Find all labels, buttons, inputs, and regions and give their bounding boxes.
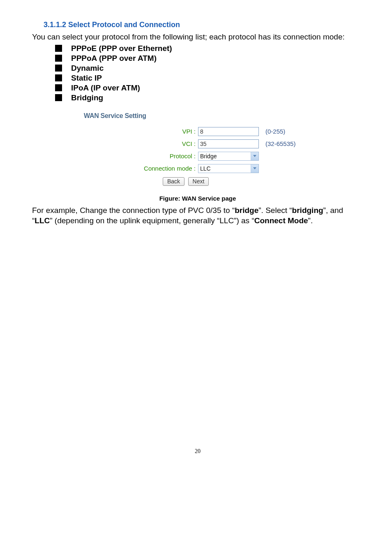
back-button[interactable]: Back [163, 177, 184, 186]
vpi-hint: (0-255) [264, 128, 285, 135]
svg-marker-1 [253, 167, 256, 169]
square-bullet-icon [55, 74, 62, 81]
page-number: 20 [32, 448, 363, 467]
list-item: PPPoE (PPP over Ethernet) [32, 44, 363, 53]
bullet-label: PPPoA (PPP over ATM) [71, 54, 157, 63]
wan-title: WAN Service Setting [84, 112, 347, 120]
next-button[interactable]: Next [188, 177, 209, 186]
connection-mode-selected: LLC [198, 164, 251, 173]
square-bullet-icon [55, 84, 62, 91]
txt: ” (depending on the uplink equipment, ge… [50, 216, 254, 225]
list-item: PPPoA (PPP over ATM) [32, 54, 363, 63]
vpi-input[interactable] [198, 127, 259, 136]
wan-service-panel: WAN Service Setting VPI : (0-255) VCI : … [84, 112, 347, 186]
list-item: Static IP [32, 74, 363, 83]
connection-mode-select[interactable]: LLC [198, 164, 259, 173]
chevron-down-icon [251, 164, 258, 173]
txt: ”. [308, 216, 313, 225]
txt: For example, Change the connection type … [32, 206, 235, 215]
bold-bridge: bridge [235, 206, 258, 215]
bold-bridging: bridging [292, 206, 323, 215]
bold-connect-mode: Connect Mode [254, 216, 308, 225]
vpi-row: VPI : (0-255) [84, 125, 347, 138]
vci-label: VCI : [84, 140, 198, 147]
connection-mode-label: Connection mode : [84, 165, 198, 172]
svg-marker-0 [253, 155, 256, 157]
vci-input[interactable] [198, 139, 259, 148]
list-item: Dynamic [32, 64, 363, 73]
square-bullet-icon [55, 55, 62, 62]
bullet-label: PPPoE (PPP over Ethernet) [71, 44, 172, 53]
list-item: Bridging [32, 93, 363, 102]
protocol-selected: Bridge [198, 152, 251, 160]
list-item: IPoA (IP over ATM) [32, 83, 363, 92]
square-bullet-icon [55, 94, 62, 101]
vci-hint: (32-65535) [264, 140, 295, 147]
bullet-label: Bridging [71, 93, 103, 102]
bullet-label: Dynamic [71, 64, 104, 73]
example-paragraph: For example, Change the connection type … [32, 205, 363, 226]
intro-text: You can select your protocol from the fo… [32, 32, 363, 42]
chevron-down-icon [251, 152, 258, 160]
figure-caption: Figure: WAN Service page [32, 195, 363, 202]
connection-mode-row: Connection mode : LLC [84, 162, 347, 175]
bold-llc: LLC [35, 216, 50, 225]
section-heading: 3.1.1.2 Select Protocol and Connection [44, 21, 363, 29]
protocol-row: Protocol : Bridge [84, 150, 347, 162]
bullet-label: IPoA (IP over ATM) [71, 83, 140, 92]
button-row: Back Next [84, 177, 347, 186]
bullet-label: Static IP [71, 74, 102, 83]
txt: ”. Select “ [258, 206, 292, 215]
protocol-label: Protocol : [84, 153, 198, 160]
protocol-list: PPPoE (PPP over Ethernet) PPPoA (PPP ove… [32, 44, 363, 102]
square-bullet-icon [55, 65, 62, 72]
protocol-select[interactable]: Bridge [198, 152, 259, 161]
vci-row: VCI : (32-65535) [84, 138, 347, 150]
square-bullet-icon [55, 45, 62, 52]
vpi-label: VPI : [84, 128, 198, 135]
